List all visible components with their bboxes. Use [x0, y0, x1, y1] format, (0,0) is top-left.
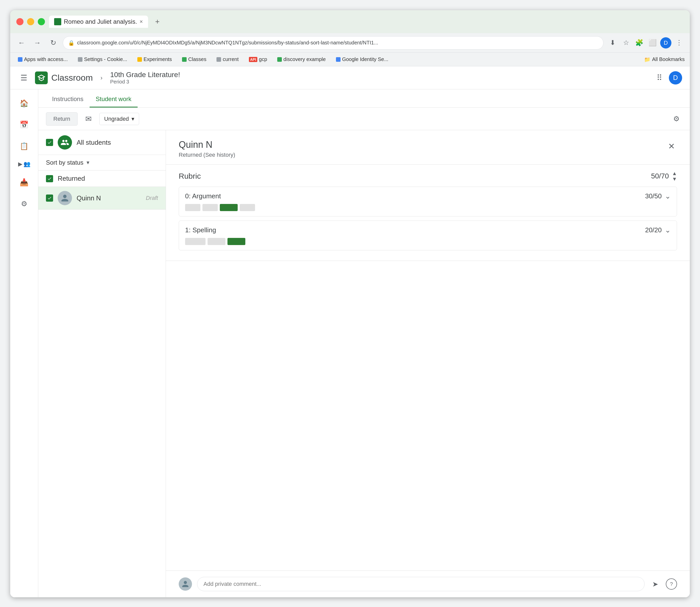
criteria-spelling-expand[interactable]: ⌄ [665, 226, 671, 234]
bookmark-favicon-settings [78, 57, 82, 62]
toolbar-icons: ⬇ ☆ 🧩 ⬜ D ⋮ [607, 37, 685, 48]
extensions-icon[interactable]: 🧩 [634, 37, 645, 48]
course-info: 10th Grade Literature! Period 3 [110, 71, 180, 85]
sort-dropdown-arrow[interactable]: ▾ [86, 159, 89, 166]
content-area: 🏠 📅 📋 ▶ 👥 📥 ⚙ Instructions [10, 89, 690, 597]
tab-favicon [54, 18, 61, 25]
student-rubric-area: All students Sort by status ▾ Returned [38, 130, 690, 597]
tab-student-work[interactable]: Student work [89, 91, 138, 107]
criteria-argument-expand[interactable]: ⌄ [665, 192, 671, 201]
criteria-spelling-header: 1: Spelling 20/20 ⌄ [185, 226, 671, 234]
tab-title: Romeo and Juliet analysis. [64, 18, 137, 25]
sidebar-settings-button[interactable]: ⚙ [16, 195, 33, 212]
tabs-bar: Instructions Student work [38, 89, 690, 108]
rubric-title: Rubric [179, 172, 651, 181]
rubric-total-score: 50/70 [651, 172, 669, 180]
bookmark-discovery[interactable]: discovery example [275, 56, 328, 63]
spelling-bar-seg-2 [208, 238, 225, 245]
bookmark-experiments[interactable]: Experiments [135, 56, 174, 63]
all-bookmarks[interactable]: 📁 All Bookmarks [644, 57, 685, 63]
hamburger-button[interactable]: ☰ [18, 71, 30, 85]
download-icon[interactable]: ⬇ [607, 37, 618, 48]
student-full-name: Quinn N [179, 139, 666, 150]
bookmark-settings[interactable]: Settings - Cookie... [75, 56, 130, 63]
grade-label: Ungraded [104, 116, 129, 122]
lock-icon: 🔒 [68, 40, 75, 46]
sort-row: Sort by status ▾ [38, 155, 166, 170]
returned-checkbox[interactable] [46, 175, 53, 182]
sidebar-calendar-button[interactable]: 📅 [16, 116, 33, 133]
back-button[interactable]: ← [15, 37, 27, 49]
score-up-arrow[interactable]: ▲ [672, 171, 677, 176]
breadcrumb-arrow: › [100, 74, 102, 81]
bookmark-classes[interactable]: Classes [180, 56, 209, 63]
rubric-panel-header: Quinn N Returned (See history) ✕ [166, 130, 690, 165]
grade-dropdown[interactable]: Ungraded ▾ [99, 113, 139, 125]
tab-close-button[interactable]: × [140, 18, 143, 25]
score-stepper[interactable]: ▲ ▼ [672, 171, 677, 182]
bookmark-apps[interactable]: Apps with access... [15, 56, 70, 63]
spelling-bar-seg-3 [227, 238, 245, 245]
student-detail-info: Quinn N Returned (See history) [179, 139, 666, 158]
minimize-traffic-light[interactable] [27, 18, 34, 25]
help-button[interactable]: ? [666, 579, 677, 590]
tab-instructions[interactable]: Instructions [46, 91, 89, 107]
score-down-arrow[interactable]: ▼ [672, 176, 677, 182]
sidebar-people-expand[interactable]: ▶ 👥 [16, 159, 33, 169]
traffic-lights [16, 18, 45, 25]
returned-section: Returned [38, 170, 166, 187]
settings-button[interactable]: ⚙ [671, 112, 682, 126]
bookmark-google-id[interactable]: Google Identity Se... [333, 56, 391, 63]
reload-button[interactable]: ↻ [47, 37, 59, 49]
header-avatar[interactable]: D [669, 71, 682, 84]
sidebar-assignments-button[interactable]: 📋 [16, 137, 33, 155]
menu-icon[interactable]: ⋮ [674, 37, 685, 48]
criteria-argument: 0: Argument 30/50 ⌄ [179, 187, 677, 216]
return-button[interactable]: Return [46, 112, 78, 126]
criteria-argument-bar [185, 204, 671, 211]
toolbar-row: Return ✉ Ungraded ▾ ⚙ [38, 108, 690, 130]
bar-seg-2 [202, 204, 218, 211]
new-tab-button[interactable]: + [152, 17, 163, 26]
bookmark-api[interactable]: API gcp [246, 56, 270, 63]
student-checkbox[interactable] [46, 194, 53, 202]
all-students-row: All students [38, 130, 166, 155]
bookmark-label-settings: Settings - Cookie... [84, 57, 127, 62]
rubric-title-row: Rubric 50/70 ▲ ▼ [179, 171, 677, 182]
comment-area: ➤ ? [166, 570, 690, 597]
criteria-spelling-bar [185, 238, 671, 245]
all-students-checkbox[interactable] [46, 139, 53, 146]
classroom-logo-svg [37, 74, 46, 82]
comment-input[interactable] [197, 577, 644, 591]
criteria-spelling: 1: Spelling 20/20 ⌄ [179, 221, 677, 250]
browser-toolbar: ← → ↻ 🔒 classroom.google.com/u/0/c/NjEyM… [10, 33, 690, 53]
forward-button[interactable]: → [31, 37, 43, 49]
bookmark-favicon-current [217, 57, 221, 62]
panel-close-button[interactable]: ✕ [666, 139, 677, 153]
profile-icon[interactable]: D [660, 37, 672, 48]
browser-window: Romeo and Juliet analysis. × + ← → ↻ 🔒 c… [10, 10, 690, 597]
bookmark-label-google-id: Google Identity Se... [342, 57, 388, 62]
send-comment-button[interactable]: ➤ [650, 578, 661, 591]
sidebar-home-button[interactable]: 🏠 [16, 95, 33, 112]
student-row[interactable]: Quinn N Draft [38, 187, 166, 210]
bookmark-icon[interactable]: ☆ [620, 37, 632, 48]
course-title: 10th Grade Literature! [110, 71, 180, 79]
bookmark-current[interactable]: current [214, 56, 241, 63]
close-traffic-light[interactable] [16, 18, 23, 25]
sidebar: 🏠 📅 📋 ▶ 👥 📥 ⚙ [10, 89, 38, 597]
bar-seg-4 [240, 204, 255, 211]
criteria-argument-score: 30/50 [645, 192, 662, 200]
split-view-icon[interactable]: ⬜ [647, 37, 658, 48]
api-badge: API [249, 57, 257, 62]
address-bar[interactable]: 🔒 classroom.google.com/u/0/c/NjEyMDI4ODI… [63, 36, 603, 49]
criteria-spelling-name: 1: Spelling [185, 226, 645, 234]
mail-button[interactable]: ✉ [83, 112, 94, 126]
grid-apps-button[interactable]: ⠿ [654, 71, 665, 85]
criteria-argument-name: 0: Argument [185, 192, 645, 200]
browser-tab[interactable]: Romeo and Juliet analysis. × [49, 16, 148, 28]
student-submission-status-detail: Returned (See history) [179, 152, 666, 158]
sidebar-archive-button[interactable]: 📥 [16, 173, 33, 191]
maximize-traffic-light[interactable] [38, 18, 45, 25]
student-list: All students Sort by status ▾ Returned [38, 130, 166, 597]
